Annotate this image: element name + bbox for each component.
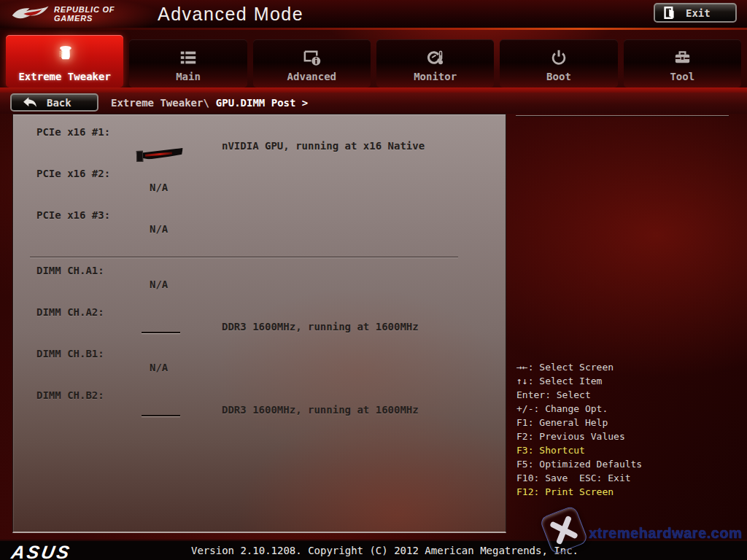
gpu-dimm-post-panel: PCIe x16 #1: nVIDIA GPU, running at x16 … <box>12 114 506 533</box>
toolbox-icon <box>673 46 692 69</box>
help-line: →←: Select Screen <box>516 360 642 374</box>
right-panel-divider <box>516 115 729 116</box>
help-line: ↑↓: Select Item <box>516 374 642 388</box>
brand-line1: REPUBLIC OF <box>54 5 115 14</box>
brand-line2: GAMERS <box>54 14 115 23</box>
help-line: +/-: Change Opt. <box>516 402 642 416</box>
version-text: Version 2.10.1208. Copyright (C) 2012 Am… <box>191 541 578 560</box>
breadcrumb: Extreme Tweaker\GPU.DIMM Post > <box>111 93 308 113</box>
gpu-card-image <box>136 147 184 163</box>
tab-label: Main <box>176 71 201 82</box>
watermark: xtremehardware.com <box>543 509 744 557</box>
help-line: F10: Save ESC: Exit <box>516 471 642 485</box>
rog-brand: REPUBLIC OF GAMERS <box>0 0 159 28</box>
post-row-label: DIMM CH.A1: <box>36 265 104 276</box>
post-row-detail: nVIDIA GPU, running at x16 Native <box>222 140 425 152</box>
watermark-x-icon <box>539 505 589 555</box>
post-row-detail: DDR3 1600MHz, running at 1600MHz <box>222 404 419 416</box>
exit-button[interactable]: Exit <box>654 3 737 23</box>
tab-main[interactable]: Main <box>129 39 247 88</box>
back-arrow-icon <box>22 96 38 109</box>
help-line-highlighted: F3: Shortcut <box>516 443 642 457</box>
gpu-card-bracket <box>136 151 144 162</box>
post-row-value: N/A <box>150 182 168 193</box>
post-row-value: N/A <box>150 362 168 373</box>
brand-text: REPUBLIC OF GAMERS <box>54 5 115 23</box>
tab-monitor[interactable]: Monitor <box>376 39 494 88</box>
post-row-label: PCIe x16 #1: <box>36 126 110 138</box>
breadcrumb-path: Extreme Tweaker\ <box>111 97 209 109</box>
ram-module-image <box>142 415 180 416</box>
top-bar: REPUBLIC OF GAMERS Advanced Mode Exit <box>0 0 747 28</box>
asus-logo: ASUS <box>9 542 73 560</box>
bios-screen: REPUBLIC OF GAMERS Advanced Mode Exit E <box>0 0 747 560</box>
watermark-text: xtremehardware.com <box>589 525 742 542</box>
help-line: F1: General Help <box>516 416 642 429</box>
post-row-label: PCIe x16 #2: <box>36 168 110 179</box>
gauge-thermometer-icon <box>425 46 445 69</box>
tab-boot[interactable]: Boot <box>500 39 617 88</box>
tab-label: Tool <box>670 71 694 82</box>
help-line-highlighted: F12: Print Screen <box>516 485 642 499</box>
ram-module-image <box>142 332 180 333</box>
tab-label: Monitor <box>414 71 457 82</box>
back-button[interactable]: Back <box>10 93 98 112</box>
power-icon <box>549 46 568 69</box>
tab-tool[interactable]: Tool <box>624 39 741 88</box>
exit-door-icon <box>664 6 676 20</box>
post-row-value: N/A <box>150 279 168 290</box>
tab-label: Boot <box>546 71 571 82</box>
post-row-label: DIMM CH.B2: <box>36 389 104 401</box>
list-icon <box>179 46 198 69</box>
accent-line <box>0 28 747 30</box>
tab-extreme-tweaker[interactable]: Extreme Tweaker <box>6 35 123 88</box>
post-row-label: PCIe x16 #3: <box>36 209 110 221</box>
back-label: Back <box>47 97 71 109</box>
help-line: F2: Previous Values <box>516 429 642 443</box>
hotkey-help-panel: →←: Select Screen ↑↓: Select Item Enter:… <box>516 360 642 499</box>
right-panel: →←: Select Screen ↑↓: Select Item Enter:… <box>514 114 729 531</box>
post-row-label: DIMM CH.B1: <box>36 348 104 359</box>
help-line: F5: Optimized Defaults <box>516 457 642 471</box>
active-tab-strip <box>0 88 747 93</box>
tweaker-icon <box>55 42 74 65</box>
breadcrumb-bar: Back Extreme Tweaker\GPU.DIMM Post > <box>0 93 747 114</box>
tab-bar: Extreme Tweaker Main Advanced <box>6 35 741 88</box>
section-separator <box>30 257 458 257</box>
tab-label: Advanced <box>287 71 336 82</box>
post-row-label: DIMM CH.A2: <box>36 306 104 318</box>
info-panel-icon <box>302 46 322 69</box>
tab-label: Extreme Tweaker <box>18 71 110 82</box>
breadcrumb-current: GPU.DIMM Post > <box>216 97 308 109</box>
exit-label: Exit <box>686 7 711 19</box>
page-title: Advanced Mode <box>158 0 303 28</box>
post-row-detail: DDR3 1600MHz, running at 1600MHz <box>222 321 419 332</box>
post-row-value: N/A <box>150 223 168 235</box>
tab-advanced[interactable]: Advanced <box>253 39 371 88</box>
rog-logo-icon <box>12 4 50 23</box>
help-line: Enter: Select <box>516 388 642 402</box>
